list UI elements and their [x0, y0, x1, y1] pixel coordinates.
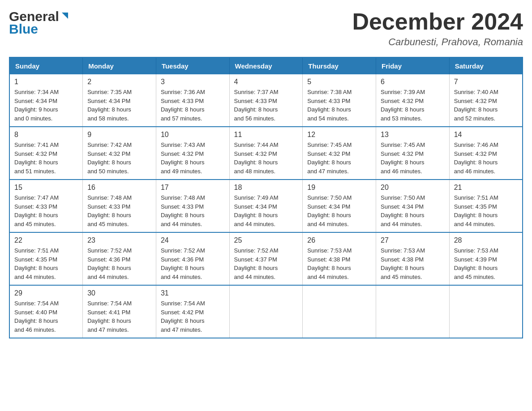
day-number: 8 [14, 131, 78, 139]
calendar-cell: 18Sunrise: 7:49 AMSunset: 4:34 PMDayligh… [229, 180, 303, 232]
day-number: 10 [161, 131, 225, 139]
calendar-cell: 17Sunrise: 7:48 AMSunset: 4:33 PMDayligh… [156, 180, 229, 232]
day-number: 21 [454, 184, 518, 192]
day-number: 18 [234, 184, 298, 192]
calendar-cell: 15Sunrise: 7:47 AMSunset: 4:33 PMDayligh… [9, 180, 83, 232]
calendar-header-row: SundayMondayTuesdayWednesdayThursdayFrid… [9, 57, 523, 74]
calendar-week-row: 29Sunrise: 7:54 AMSunset: 4:40 PMDayligh… [9, 285, 523, 338]
calendar-cell: 20Sunrise: 7:50 AMSunset: 4:34 PMDayligh… [376, 180, 450, 232]
day-info: Sunrise: 7:54 AMSunset: 4:42 PMDaylight:… [161, 299, 225, 334]
calendar-cell: 1Sunrise: 7:34 AMSunset: 4:34 PMDaylight… [9, 74, 83, 127]
column-header-thursday: Thursday [303, 57, 376, 74]
calendar-cell: 8Sunrise: 7:41 AMSunset: 4:32 PMDaylight… [9, 127, 83, 180]
day-info: Sunrise: 7:51 AMSunset: 4:35 PMDaylight:… [14, 246, 78, 281]
calendar-cell: 11Sunrise: 7:44 AMSunset: 4:32 PMDayligh… [229, 127, 303, 180]
day-number: 24 [161, 236, 225, 244]
day-info: Sunrise: 7:37 AMSunset: 4:33 PMDaylight:… [234, 88, 298, 123]
calendar-cell: 24Sunrise: 7:52 AMSunset: 4:36 PMDayligh… [156, 232, 229, 285]
day-info: Sunrise: 7:47 AMSunset: 4:33 PMDaylight:… [14, 193, 78, 228]
day-number: 19 [307, 184, 371, 192]
day-number: 25 [234, 236, 298, 244]
day-number: 30 [87, 289, 151, 297]
day-info: Sunrise: 7:38 AMSunset: 4:33 PMDaylight:… [307, 88, 371, 123]
calendar-cell [303, 285, 376, 338]
day-info: Sunrise: 7:52 AMSunset: 4:37 PMDaylight:… [234, 246, 298, 281]
calendar-cell: 5Sunrise: 7:38 AMSunset: 4:33 PMDaylight… [303, 74, 376, 127]
calendar-cell: 28Sunrise: 7:53 AMSunset: 4:39 PMDayligh… [449, 232, 523, 285]
calendar-cell [229, 285, 303, 338]
calendar-cell: 23Sunrise: 7:52 AMSunset: 4:36 PMDayligh… [83, 232, 156, 285]
calendar-week-row: 22Sunrise: 7:51 AMSunset: 4:35 PMDayligh… [9, 232, 523, 285]
column-header-sunday: Sunday [9, 57, 83, 74]
day-info: Sunrise: 7:54 AMSunset: 4:41 PMDaylight:… [87, 299, 151, 334]
day-number: 20 [381, 184, 445, 192]
day-number: 14 [454, 131, 518, 139]
day-number: 2 [87, 78, 151, 86]
calendar-cell: 14Sunrise: 7:46 AMSunset: 4:32 PMDayligh… [449, 127, 523, 180]
calendar-cell [449, 285, 523, 338]
day-info: Sunrise: 7:50 AMSunset: 4:34 PMDaylight:… [381, 193, 445, 228]
day-info: Sunrise: 7:41 AMSunset: 4:32 PMDaylight:… [14, 141, 78, 176]
calendar-cell: 21Sunrise: 7:51 AMSunset: 4:35 PMDayligh… [449, 180, 523, 232]
day-number: 17 [161, 184, 225, 192]
day-number: 9 [87, 131, 151, 139]
day-info: Sunrise: 7:54 AMSunset: 4:40 PMDaylight:… [14, 299, 78, 334]
calendar-cell: 25Sunrise: 7:52 AMSunset: 4:37 PMDayligh… [229, 232, 303, 285]
logo: General Blue [9, 9, 70, 37]
day-number: 6 [381, 78, 445, 86]
calendar-week-row: 15Sunrise: 7:47 AMSunset: 4:33 PMDayligh… [9, 180, 523, 232]
day-info: Sunrise: 7:42 AMSunset: 4:32 PMDaylight:… [87, 141, 151, 176]
day-info: Sunrise: 7:44 AMSunset: 4:32 PMDaylight:… [234, 141, 298, 176]
day-info: Sunrise: 7:36 AMSunset: 4:33 PMDaylight:… [161, 88, 225, 123]
calendar-cell: 27Sunrise: 7:53 AMSunset: 4:38 PMDayligh… [376, 232, 450, 285]
calendar-week-row: 1Sunrise: 7:34 AMSunset: 4:34 PMDaylight… [9, 74, 523, 127]
calendar-cell: 10Sunrise: 7:43 AMSunset: 4:32 PMDayligh… [156, 127, 229, 180]
calendar-cell: 2Sunrise: 7:35 AMSunset: 4:34 PMDaylight… [83, 74, 156, 127]
day-number: 12 [307, 131, 371, 139]
day-info: Sunrise: 7:40 AMSunset: 4:32 PMDaylight:… [454, 88, 518, 123]
calendar-cell: 31Sunrise: 7:54 AMSunset: 4:42 PMDayligh… [156, 285, 229, 338]
day-number: 22 [14, 236, 78, 244]
svg-marker-0 [62, 13, 68, 19]
day-number: 11 [234, 131, 298, 139]
day-info: Sunrise: 7:43 AMSunset: 4:32 PMDaylight:… [161, 141, 225, 176]
calendar-cell [376, 285, 450, 338]
month-title: December 2024 [352, 9, 523, 34]
calendar-table: SundayMondayTuesdayWednesdayThursdayFrid… [9, 57, 523, 338]
day-info: Sunrise: 7:49 AMSunset: 4:34 PMDaylight:… [234, 193, 298, 228]
day-info: Sunrise: 7:52 AMSunset: 4:36 PMDaylight:… [87, 246, 151, 281]
calendar-cell: 26Sunrise: 7:53 AMSunset: 4:38 PMDayligh… [303, 232, 376, 285]
calendar-cell: 30Sunrise: 7:54 AMSunset: 4:41 PMDayligh… [83, 285, 156, 338]
column-header-saturday: Saturday [449, 57, 523, 74]
day-info: Sunrise: 7:39 AMSunset: 4:32 PMDaylight:… [381, 88, 445, 123]
day-number: 7 [454, 78, 518, 86]
column-header-monday: Monday [83, 57, 156, 74]
day-info: Sunrise: 7:45 AMSunset: 4:32 PMDaylight:… [381, 141, 445, 176]
day-number: 13 [381, 131, 445, 139]
day-number: 3 [161, 78, 225, 86]
column-header-friday: Friday [376, 57, 450, 74]
day-info: Sunrise: 7:50 AMSunset: 4:34 PMDaylight:… [307, 193, 371, 228]
day-number: 16 [87, 184, 151, 192]
calendar-cell: 3Sunrise: 7:36 AMSunset: 4:33 PMDaylight… [156, 74, 229, 127]
calendar-cell: 19Sunrise: 7:50 AMSunset: 4:34 PMDayligh… [303, 180, 376, 232]
day-info: Sunrise: 7:34 AMSunset: 4:34 PMDaylight:… [14, 88, 78, 123]
calendar-cell: 4Sunrise: 7:37 AMSunset: 4:33 PMDaylight… [229, 74, 303, 127]
calendar-cell: 13Sunrise: 7:45 AMSunset: 4:32 PMDayligh… [376, 127, 450, 180]
day-info: Sunrise: 7:53 AMSunset: 4:38 PMDaylight:… [307, 246, 371, 281]
column-header-wednesday: Wednesday [229, 57, 303, 74]
day-number: 15 [14, 184, 78, 192]
page-header: General Blue December 2024 Carbunesti, P… [9, 9, 523, 48]
calendar-cell: 16Sunrise: 7:48 AMSunset: 4:33 PMDayligh… [83, 180, 156, 232]
day-info: Sunrise: 7:48 AMSunset: 4:33 PMDaylight:… [161, 193, 225, 228]
day-info: Sunrise: 7:35 AMSunset: 4:34 PMDaylight:… [87, 88, 151, 123]
day-number: 23 [87, 236, 151, 244]
calendar-cell: 9Sunrise: 7:42 AMSunset: 4:32 PMDaylight… [83, 127, 156, 180]
day-number: 31 [161, 289, 225, 297]
column-header-tuesday: Tuesday [156, 57, 229, 74]
calendar-week-row: 8Sunrise: 7:41 AMSunset: 4:32 PMDaylight… [9, 127, 523, 180]
logo-blue-text: Blue [9, 21, 38, 37]
day-info: Sunrise: 7:53 AMSunset: 4:38 PMDaylight:… [381, 246, 445, 281]
day-number: 26 [307, 236, 371, 244]
calendar-cell: 7Sunrise: 7:40 AMSunset: 4:32 PMDaylight… [449, 74, 523, 127]
